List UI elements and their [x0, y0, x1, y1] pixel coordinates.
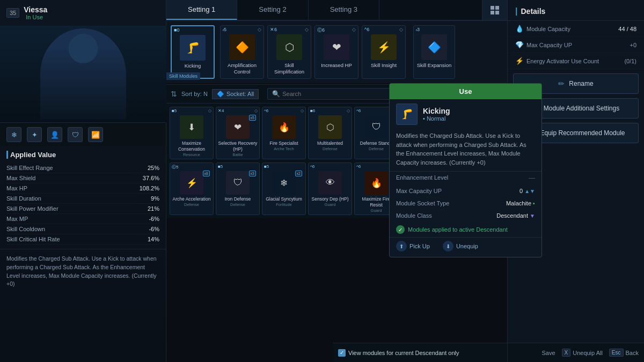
aa-badge: Ⓒ5 [172, 164, 178, 170]
icon-star[interactable]: ✦ [27, 127, 42, 142]
kicking-name: Kicking [185, 63, 201, 69]
module-selective-recovery[interactable]: ✕4 ◇ ❤ x5 Selective Recovery (HP) Battle [216, 107, 260, 159]
module-amplification-control[interactable]: ᵣ5 ◇ 🔶 Amplification Control [220, 25, 264, 79]
module-iron-defense[interactable]: ■5 🛡 x3 Iron Defense Defense [216, 162, 260, 215]
aa-icon: ⚡ [180, 171, 203, 195]
sr-icon: ❤ [226, 115, 250, 139]
stat-value-skill-power: 21% [148, 205, 159, 212]
exp-badge: ᵣ3 [416, 27, 420, 32]
skill-simp-badge: ✕6 [270, 27, 277, 32]
stat-name-max-mp: Max MP [6, 216, 28, 222]
aa-subtext: Defense [184, 202, 199, 207]
unequip-all-button[interactable]: X Unequip All [562, 349, 603, 357]
module-multitalented[interactable]: ■6 ◇ ⬡ Multitalented Defense [308, 107, 352, 159]
module-maximize-conservation[interactable]: ■5 ◇ ⬇ Maximize Conservation Resource [170, 107, 214, 159]
icon-shield[interactable]: 🛡 [68, 127, 83, 142]
mc-name: Maximize Conservation [172, 141, 211, 152]
ds-badge: ^6 [356, 108, 361, 113]
use-button[interactable]: Use [390, 84, 541, 99]
main-area: Setting 1 Setting 2 Setting 3 ■0 🦵 Kicki… [166, 0, 507, 362]
module-skill-expansion[interactable]: ᵣ3 🔷 Skill Expansion [413, 25, 455, 79]
module-arche-acceleration[interactable]: Ⓒ5 ⚡ x8 Arche Acceleration Defense [170, 162, 214, 215]
tab-setting3[interactable]: Setting 3 [309, 0, 379, 20]
detail-max-capacity: 💎 Max Capacity UP +0 [508, 37, 644, 53]
module-sensory-dep[interactable]: ^6 👁 Sensory Dep (HP) Guard [308, 162, 352, 215]
character-portrait [0, 26, 166, 122]
sort-icon: ⇅ [171, 90, 177, 98]
rename-label: Rename [569, 80, 593, 87]
stat-row-skill-duration: Skill Duration 9% [6, 194, 159, 204]
module-fire-specialist[interactable]: ^6 ◇ 🔥 Fire Specialist Arche Tech [262, 107, 306, 159]
descendant-filter-checkbox[interactable]: ✓ View modules for current Descendant on… [338, 349, 459, 357]
popup-actions: ⬆ Pick Up ⬇ Unequip [390, 238, 541, 255]
stat-name-skill-duration: Skill Duration [6, 195, 41, 202]
applied-description: Modifies the Charged Sub Attack. Use a K… [0, 249, 166, 294]
kicking-badge: ■0 [174, 27, 179, 33]
stat-name-skill-cooldown: Skill Cooldown [6, 226, 45, 232]
mfr1-icon: 🔥 [364, 171, 388, 195]
tab-setting2[interactable]: Setting 2 [237, 0, 308, 20]
socket-icon: 🔷 [217, 91, 224, 98]
max-cap-icon: 💎 [515, 41, 524, 49]
mfr1-badge: ^6 [356, 164, 361, 169]
socket-value: Malachite ▪ [506, 200, 535, 206]
icon-wifi[interactable]: 📶 [88, 127, 103, 142]
rename-icon: ✏ [558, 79, 565, 88]
gs-name: Glacial Syncytium [266, 196, 302, 202]
skill-modules-label: Skill Modules [166, 72, 200, 80]
mc-badge-r: ◇ [208, 108, 211, 113]
tab-setting1[interactable]: Setting 1 [166, 0, 237, 20]
module-capacity-value: 44 / 48 [618, 26, 636, 32]
checkbox-icon: ✓ [338, 349, 346, 357]
stat-row-skill-power: Skill Power Modifier 21% [6, 204, 159, 214]
socket-all-badge[interactable]: 🔷 Socket: All [212, 89, 259, 99]
insight-icon: ⚡ [371, 34, 397, 60]
fs-badge: ^6 [264, 108, 268, 113]
unequip-button[interactable]: ⬇ Unequip [443, 241, 478, 252]
stat-name-max-shield: Max Shield [6, 175, 35, 181]
back-button[interactable]: Esc Back [609, 349, 639, 357]
sort-label: Sort by: N [181, 91, 208, 97]
popup-stat-enhancement: Enhancement Level — [390, 172, 541, 185]
stat-row-max-shield: Max Shield 37.6% [6, 173, 159, 183]
skill-simp-badge-r: ◇ [305, 27, 309, 32]
right-panel-bottom-bar: Save X Unequip All Esc Back [508, 343, 644, 362]
aa-overlap: x8 [203, 171, 210, 176]
energy-value: (0/1) [624, 58, 636, 64]
module-glacial-syncytium[interactable]: ■5 ❄ x2 Glacial Syncytium Fortitude [262, 162, 306, 215]
tabs-row: Setting 1 Setting 2 Setting 3 [166, 0, 507, 21]
enhancement-label: Enhancement Level [396, 174, 448, 182]
in-use-badge: In Use [26, 14, 47, 20]
key-esc: Esc [609, 349, 624, 357]
inc-hp-badge-r: ◇ [352, 27, 356, 32]
module-kicking[interactable]: ■0 🦵 Kicking [171, 25, 215, 79]
stat-name-max-hp: Max HP [6, 185, 27, 191]
mt-badge-r: ◇ [347, 108, 350, 113]
module-skill-insight[interactable]: ^6 ◇ ⚡ Skill Insight [362, 25, 406, 79]
character-header: 35 Viessa In Use [0, 0, 166, 26]
sr-badge: ✕4 [218, 108, 224, 113]
top-module-grid: ■0 🦵 Kicking ᵣ5 ◇ 🔶 Amplification Contro… [166, 21, 507, 83]
kicking-icon: 🦵 [180, 35, 206, 61]
svg-rect-0 [491, 6, 494, 10]
pickup-icon: ⬆ [396, 241, 407, 252]
icon-snowflake[interactable]: ❄ [6, 127, 21, 142]
module-skill-simplification[interactable]: ✕6 ◇ ⬡ Skill Simplification [267, 25, 311, 79]
stat-value-skill-duration: 9% [151, 195, 159, 202]
exp-icon: 🔷 [421, 34, 447, 60]
popup-stat-socket: Module Socket Type Malachite ▪ [390, 197, 541, 210]
mc-icon: ⬇ [180, 115, 203, 139]
module-increased-hp[interactable]: Ⓒ6 ◇ ❤ Increased HP [314, 25, 358, 79]
svg-rect-3 [495, 11, 499, 14]
search-icon: 🔍 [272, 90, 280, 98]
icon-person[interactable]: 👤 [47, 127, 62, 142]
stat-value-crit-rate: 14% [148, 236, 159, 242]
class-label: Module Class [396, 212, 432, 219]
stat-value-skill-effect-range: 25% [148, 165, 159, 171]
pickup-button[interactable]: ⬆ Pick Up [396, 241, 430, 252]
save-button[interactable]: Save [541, 350, 555, 356]
grid-view-button[interactable] [482, 0, 507, 20]
max-capacity-label: 💎 Max Capacity UP [515, 41, 572, 49]
skill-simp-name: Skill Simplification [270, 62, 309, 76]
fs-badge-r: ◇ [301, 108, 304, 113]
